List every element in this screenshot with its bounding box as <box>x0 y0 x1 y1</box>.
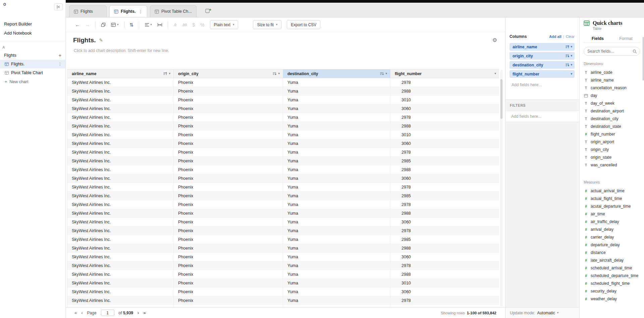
table-export-icon[interactable]: ▾ <box>111 22 119 27</box>
clear-link[interactable]: Clear <box>566 35 575 39</box>
measure-weather-delay[interactable]: #weather_delay <box>584 295 640 303</box>
column-chip-destination-city[interactable]: destination_city▾ <box>509 61 575 69</box>
tab-flights[interactable]: Flights.⋮ <box>109 5 147 17</box>
column-chip-origin-city[interactable]: origin_city▾ <box>509 52 575 60</box>
decimal-increase-icon[interactable]: .00 <box>182 23 187 27</box>
sidebar-chart-item-flights[interactable]: Flights.⋮ <box>0 60 65 68</box>
currency-format-icon[interactable]: $ <box>192 22 195 28</box>
fields-panel-tab-fields[interactable]: Fields <box>584 36 612 41</box>
chip-caret-icon[interactable]: ▾ <box>571 72 572 75</box>
size-to-fit-select[interactable]: Size to fit ▾ <box>253 20 281 29</box>
measure-late-aircraft-delay[interactable]: #late_aircraft_delay <box>584 256 640 264</box>
column-header-destination-city[interactable]: destination_city▾ <box>283 69 390 78</box>
next-page-button[interactable]: › <box>138 310 139 315</box>
column-menu-caret-icon[interactable]: ▾ <box>385 72 387 75</box>
measure-acutal-departure-time[interactable]: #acutal_departure_time <box>584 202 640 210</box>
chart-description-placeholder[interactable]: Click to add chart description. Shift-en… <box>74 48 169 53</box>
edit-title-pencil-icon[interactable]: ✎ <box>99 38 103 43</box>
column-header-flight-number[interactable]: flight_number▾ <box>390 69 499 78</box>
last-page-button[interactable]: » <box>143 310 146 315</box>
table-row: SkyWest Airlines Inc.PhoenixYuma2988 <box>67 122 499 130</box>
update-mode-select[interactable]: Automatic <box>537 311 555 315</box>
filters-add-fields-placeholder[interactable]: Add fields here... <box>505 111 579 122</box>
dimension-destination-state[interactable]: Tdestination_state <box>584 122 640 130</box>
column-chip-airline-name[interactable]: airline_name▾ <box>509 43 575 51</box>
export-csv-button[interactable]: Export to CSV <box>287 20 320 29</box>
measure-departure-delay[interactable]: #departure_delay <box>584 241 640 249</box>
table-row: SkyWest Airlines Inc.PhoenixYuma2985 <box>67 192 499 200</box>
settings-gear-icon[interactable]: ⚙ <box>492 37 497 43</box>
table-scrollbar[interactable] <box>500 70 503 307</box>
add-chart-plus-icon[interactable]: + <box>59 53 61 58</box>
dimension-airline-name[interactable]: Tairline_name <box>584 76 640 84</box>
fields-panel-scrollbar-thumb[interactable] <box>643 37 644 81</box>
table-row: SkyWest Airlines Inc.PhoenixYuma2988 <box>67 165 499 174</box>
dimension-was-cancelled[interactable]: Twas_cancelled <box>584 161 640 169</box>
forward-button[interactable]: → <box>85 22 90 28</box>
dimension-destination-city[interactable]: Tdestination_city <box>584 115 640 122</box>
dimension-origin-state[interactable]: Torigin_state <box>584 153 640 161</box>
sidebar-collapse-button[interactable] <box>54 3 63 10</box>
dimension-origin-airport[interactable]: Torigin_airport <box>584 138 640 146</box>
column-menu-caret-icon[interactable]: ▾ <box>278 72 280 75</box>
text-format-select[interactable]: Plain text ▾ <box>210 20 238 29</box>
notebook-item-flights[interactable]: Flights + <box>0 51 65 60</box>
dimension-flight-number[interactable]: #flight_number <box>584 130 640 138</box>
measure-scheduled-arrival-time[interactable]: #scheduled_arrival_time <box>584 264 640 272</box>
tab-pivot-table-ch[interactable]: Pivot Table Ch... <box>150 5 197 17</box>
add-all-link[interactable]: Add all <box>549 35 561 39</box>
measure-carrier-delay[interactable]: #carrier_delay <box>584 233 640 241</box>
measure-arrival-delay[interactable]: #arrival_delay <box>584 225 640 233</box>
decimal-decrease-icon[interactable]: .0 <box>173 23 176 27</box>
back-button[interactable]: ← <box>75 22 80 28</box>
table-scrollbar-thumb[interactable] <box>500 79 502 119</box>
add-notebook-item[interactable]: Add Notebook <box>0 29 65 38</box>
chip-caret-icon[interactable]: ▾ <box>571 63 572 66</box>
column-header-airline-name[interactable]: airline_name▾ <box>67 69 174 78</box>
column-menu-caret-icon[interactable]: ▾ <box>169 72 170 75</box>
dimension-day-of-week[interactable]: Tday_of_week <box>584 99 640 107</box>
measure-distance[interactable]: #distance <box>584 249 640 256</box>
tab-flights[interactable]: Flights <box>69 5 107 17</box>
caret-down-icon: ▾ <box>233 23 234 26</box>
new-chart-button[interactable]: + New chart <box>0 77 65 86</box>
cell-destination-city: Yuma <box>283 287 390 296</box>
dimension-airline-code[interactable]: Tairline_code <box>584 68 640 76</box>
sort-rows-icon[interactable]: ⇅ <box>130 22 134 28</box>
tab-menu-dots-icon[interactable]: ⋮ <box>138 9 143 14</box>
percent-format-icon[interactable]: % <box>200 22 204 28</box>
column-header-origin-city[interactable]: origin_city▾ <box>174 69 283 78</box>
page-input[interactable] <box>101 310 114 316</box>
dimension-origin-city[interactable]: Torigin_city <box>584 146 640 153</box>
cell-airline-name: SkyWest Airlines Inc. <box>67 305 174 307</box>
chip-caret-icon[interactable]: ▾ <box>571 54 572 57</box>
measure-air-time[interactable]: #air_time <box>584 210 640 218</box>
search-fields-input[interactable] <box>584 47 640 56</box>
prev-page-button[interactable]: ‹ <box>81 310 83 315</box>
column-chip-flight-number[interactable]: flight_number▾ <box>509 70 575 78</box>
measure-actual-flight-time[interactable]: #actual_flight_time <box>584 195 640 202</box>
dimension-cancellation-reason[interactable]: Tcancellation_reason <box>584 84 640 92</box>
fields-panel-tab-format[interactable]: Format <box>612 36 640 41</box>
dimension-destination-airport[interactable]: Tdestination_airport <box>584 107 640 115</box>
measure-scheduled-flight-time[interactable]: #scheduled_flight_time <box>584 279 640 287</box>
duplicate-icon[interactable] <box>101 22 106 27</box>
sidebar-chart-item-pivot-table-chart[interactable]: Pivot Table Chart <box>0 68 65 77</box>
text-align-icon[interactable]: ▾ <box>145 23 152 27</box>
page-title: Flights. <box>73 37 96 44</box>
column-menu-caret-icon[interactable]: ▾ <box>494 72 496 75</box>
report-builder-item[interactable]: Report Builder <box>0 19 65 29</box>
columns-add-fields-placeholder[interactable]: Add fields here... <box>509 79 575 87</box>
column-width-icon[interactable] <box>157 23 162 27</box>
measure-scheduled-departure-time[interactable]: #scheduled_departure_time <box>584 272 640 279</box>
item-menu-dots-icon[interactable]: ⋮ <box>58 62 62 66</box>
first-page-button[interactable]: « <box>74 310 77 315</box>
measure-actual-arrival-time[interactable]: #actual_arrival_time <box>584 187 640 195</box>
new-tab-button[interactable] <box>203 6 215 16</box>
showing-rows-label: Showing rows <box>441 311 465 315</box>
measure-security-delay[interactable]: #security_delay <box>584 287 640 295</box>
cell-destination-city: Yuma <box>283 200 390 209</box>
measure-air-traffic-delay[interactable]: #air_traffic_delay <box>584 218 640 225</box>
chip-caret-icon[interactable]: ▾ <box>571 45 572 48</box>
dimension-day[interactable]: day <box>584 92 640 99</box>
